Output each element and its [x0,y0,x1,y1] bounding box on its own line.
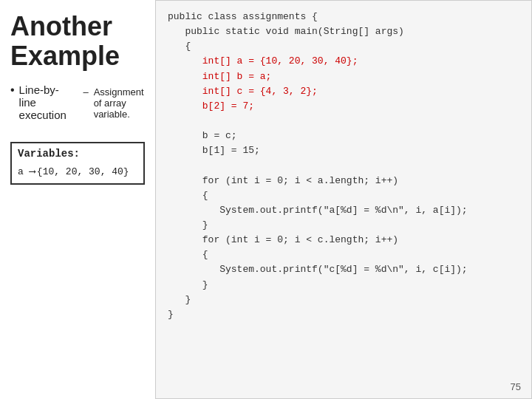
code-block: public class assignments { public static… [168,10,519,322]
code-line-14: System.out.printf("a[%d] = %d\n", i, a[i… [168,205,468,216]
code-line-20: } [168,294,191,305]
variables-label: Variables: [18,148,137,160]
code-line-17: { [168,249,208,260]
code-line-19: } [168,279,208,290]
variables-box: Variables: a ⟶ {10, 20, 30, 40} [10,142,145,185]
code-line-10: b[1] = 15; [168,145,260,156]
code-line-18: System.out.printf("c[%d] = %d\n", i, c[i… [168,264,468,275]
sub-list: Assignment of array variable. [83,86,145,121]
code-line-01: public class assignments { [168,11,318,22]
code-line-21: } [168,309,174,320]
page-number: 75 [511,381,521,392]
bullet-item-1: Line-by-line execution Assignment of arr… [10,83,145,121]
sub-item-1: Assignment of array variable. [83,86,145,120]
slide-title: Another Example [10,12,145,70]
code-line-12: for (int i = 0; i < a.length; i++) [168,175,398,186]
variable-row-a: a ⟶ {10, 20, 30, 40} [18,166,137,177]
code-line-03: { [168,41,191,52]
code-line-09: b = c; [168,130,237,141]
code-line-05: int[] b = a; [168,71,271,82]
bullet-list: Line-by-line execution Assignment of arr… [10,83,145,124]
right-panel: public class assignments { public static… [155,0,532,399]
code-line-16: for (int i = 0; i < c.length; i++) [168,234,398,245]
var-a-value: {10, 20, 30, 40} [37,166,129,177]
code-line-07: b[2] = 7; [168,100,254,112]
arrow-icon: ⟶ [30,166,35,177]
code-line-15: } [168,219,208,231]
code-line-13: { [168,190,208,201]
code-line-02: public static void main(String[] args) [168,26,404,37]
var-a-name: a [18,166,28,177]
code-line-06: int[] c = {4, 3, 2}; [168,86,318,97]
left-panel: Another Example Line-by-line execution A… [0,0,155,399]
code-line-04: int[] a = {10, 20, 30, 40}; [168,55,358,66]
